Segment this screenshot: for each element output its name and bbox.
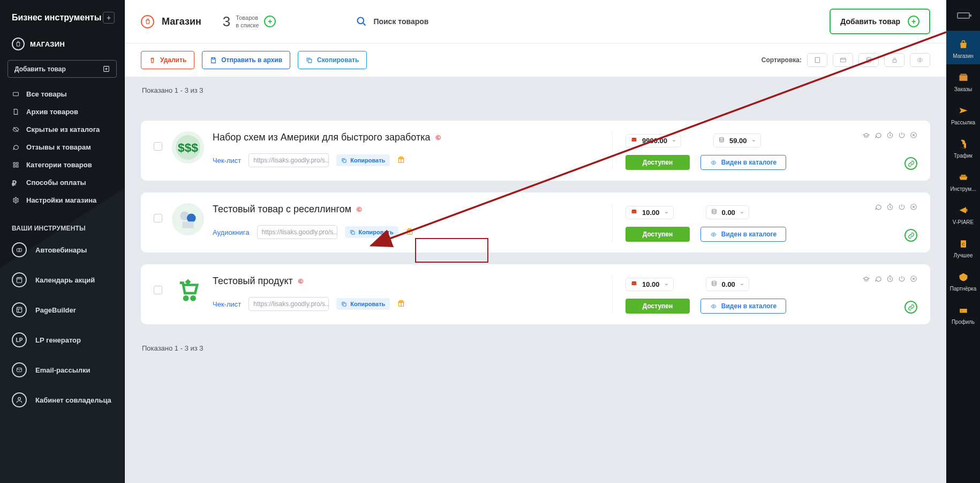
tool-pagebuilder[interactable]: PageBuilder [0,295,124,325]
comment-icon[interactable] [875,275,882,285]
svg-point-47 [960,147,964,148]
row-checkbox[interactable] [154,214,162,222]
link-circle-button[interactable] [904,229,917,242]
rail-рассылка[interactable]: Рассылка [946,98,980,131]
right-rail: МагазинЗаказыРассылкаТрафикИнструм...V-P… [946,0,980,483]
add-product-sidebar[interactable]: Добавить товар [7,60,117,78]
menu-payment[interactable]: ₽Способы оплаты [0,174,124,191]
copy-button[interactable]: Скопировать [298,51,367,69]
tool-email[interactable]: Email-рассылки [0,355,124,385]
layout-icon [12,302,27,317]
power-icon[interactable] [898,203,906,213]
product-title[interactable]: Набор схем из Америки для быстрого зараб… [213,131,430,144]
tool-coowner[interactable]: Кабинет совладельца [0,385,124,415]
available-button[interactable]: Доступен [625,227,690,242]
menu-settings[interactable]: Настройки магазина [0,191,124,209]
visible-button[interactable]: Виден в каталоге [700,227,786,242]
product-type-link[interactable]: Чек-лист [213,300,241,308]
price2-field[interactable]: 0.00 [706,277,749,291]
save-icon [210,57,217,64]
delete-button[interactable]: Удалить [141,51,194,69]
link-circle-button[interactable] [904,157,917,170]
copy-link-button[interactable]: Копировать [336,154,390,166]
coins-icon [711,280,718,288]
row-checkbox[interactable] [154,286,162,294]
sort-eye[interactable] [910,53,930,67]
cap-icon[interactable] [862,131,870,141]
rail-магазин[interactable]: Магазин [946,31,980,64]
product-title[interactable]: Тестовый продукт [213,275,293,287]
power-icon[interactable] [898,275,906,285]
battery-icon [957,12,970,19]
rail-v-piare[interactable]: V-PIARE [946,197,980,231]
product-thumb: $$$ [172,131,204,164]
menu-categories[interactable]: Категории товаров [0,156,124,174]
menu-reviews[interactable]: Отзывы к товарам [0,138,124,156]
price2-field[interactable]: 0.00 [706,205,749,219]
add-tool-button[interactable]: + [103,12,115,24]
rail-заказы[interactable]: Заказы [946,64,980,98]
product-type-link[interactable]: Аудиокнига [213,228,250,236]
tool-lp-generator[interactable]: LPLP генератор [0,325,124,355]
add-product-button[interactable]: Добавить товар + [830,9,930,34]
visible-button[interactable]: Виден в каталоге [700,299,786,314]
rail-инструм...[interactable]: Инструм... [946,164,980,197]
sort-journal[interactable] [807,53,827,67]
copy-icon [306,57,313,64]
power-icon[interactable] [898,131,906,141]
svg-point-41 [712,281,716,283]
sort-wallet[interactable] [833,53,853,67]
copy-link-button[interactable]: Копировать [345,226,398,238]
comment-icon[interactable] [875,203,882,213]
price-field[interactable]: 10.00 [625,278,674,291]
visible-button[interactable]: Виден в каталоге [700,155,786,170]
product-url[interactable]: https://lisaks.goodly.pro/s... [248,297,329,311]
timer-icon[interactable] [886,275,894,285]
product-title[interactable]: Тестовый товар с реселлингом [213,203,351,216]
close-icon[interactable] [910,203,917,213]
product-card: Тестовый товар с реселлингом© Аудиокнига… [141,192,930,252]
sort-lock[interactable] [884,53,904,67]
rail-label: Трафик [954,153,973,159]
copy-link-button[interactable]: Копировать [336,298,390,310]
tool-calendar[interactable]: Календарь акций [0,265,124,295]
available-button[interactable]: Доступен [625,299,690,314]
search-products[interactable]: Поиск товаров [356,16,428,27]
product-thumb [172,275,204,307]
close-icon[interactable] [910,131,917,141]
rail-label: Лучшее [953,253,973,258]
tool-autowebinars[interactable]: Автовебинары [0,235,124,265]
link-circle-button[interactable] [904,301,917,314]
timer-icon[interactable] [886,131,894,141]
chevron-down-icon [672,138,676,143]
add-count-button[interactable]: + [264,16,276,27]
sort-stack[interactable] [858,53,879,67]
menu-archive[interactable]: Архив товаров [0,103,124,121]
menu-hidden[interactable]: Скрытые из каталога [0,121,124,138]
cap-icon[interactable] [862,275,870,285]
rail-партнёрка[interactable]: Партнёрка [946,264,980,297]
comment-icon[interactable] [875,131,882,141]
rail-профиль[interactable]: Профиль [946,297,980,330]
rail-трафик[interactable]: Трафик [946,131,980,164]
svg-rect-48 [966,209,968,212]
available-button[interactable]: Доступен [625,155,690,170]
wallet-icon [630,280,638,288]
price-field[interactable]: 10.00 [625,206,674,219]
svg-point-37 [184,296,187,300]
price2-field[interactable]: 59.00 [713,133,761,147]
plus-box-icon [103,65,110,72]
archive-button[interactable]: Отправить в архив [202,51,290,69]
row-checkbox[interactable] [154,142,162,151]
svg-point-38 [192,296,195,300]
rail-лучшее[interactable]: CЛучшее [946,231,980,264]
product-url[interactable]: https://lisaks.goodly.pro/s... [257,225,337,239]
close-icon[interactable] [910,275,917,285]
product-url[interactable]: https://lisaks.goodly.pro/s... [248,153,329,167]
product-count: 3 [223,14,230,28]
menu-all-products[interactable]: Все товары [0,85,124,103]
sidebar-store-link[interactable]: МАГАЗИН [0,31,124,56]
product-type-link[interactable]: Чек-лист [213,157,241,165]
timer-icon[interactable] [886,203,894,213]
price-field[interactable]: 9900.00 [625,134,681,147]
